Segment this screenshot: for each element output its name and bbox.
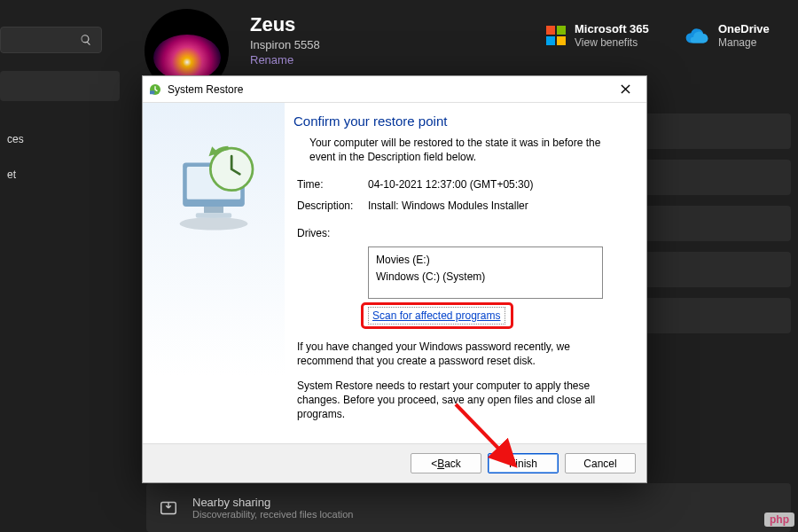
microsoft-logo-icon bbox=[546, 26, 566, 45]
system-restore-dialog: System Restore Confirm your restore poin… bbox=[142, 75, 647, 483]
time-value: 04-10-2021 12:37:00 (GMT+05:30) bbox=[368, 178, 533, 191]
search-input[interactable] bbox=[0, 27, 102, 53]
password-note: If you have changed your Windows passwor… bbox=[297, 340, 623, 368]
onedrive-title: OneDrive bbox=[718, 22, 770, 36]
description-label: Description: bbox=[297, 200, 368, 212]
drives-listbox[interactable]: Movies (E:) Windows (C:) (System) bbox=[368, 246, 603, 298]
description-value: Install: Windows Modules Installer bbox=[368, 200, 528, 212]
rename-link[interactable]: Rename bbox=[250, 53, 320, 66]
dialog-intro: Your computer will be restored to the st… bbox=[309, 136, 627, 164]
drive-item: Windows (C:) (System) bbox=[376, 269, 595, 286]
time-label: Time: bbox=[297, 178, 368, 191]
nearby-title: Nearby sharing bbox=[192, 496, 353, 509]
sidebar-item-partial-et[interactable]: et bbox=[0, 160, 120, 190]
onedrive-icon bbox=[685, 27, 709, 43]
device-model: Inspiron 5558 bbox=[250, 38, 320, 51]
user-info: Zeus Inspiron 5558 Rename bbox=[250, 13, 320, 66]
scan-affected-programs-link[interactable]: Scan for affected programs bbox=[368, 307, 505, 325]
onedrive-sub: Manage bbox=[718, 36, 770, 49]
dialog-title: System Restore bbox=[168, 83, 609, 96]
svg-point-3 bbox=[180, 217, 248, 231]
svg-rect-2 bbox=[150, 90, 154, 94]
sidebar-item-system[interactable] bbox=[0, 71, 120, 101]
dialog-footer: < Back Finish Cancel bbox=[143, 443, 646, 482]
restart-note: System Restore needs to restart your com… bbox=[297, 379, 623, 422]
ms365-sub: View benefits bbox=[575, 36, 649, 49]
dialog-heading: Confirm your restore point bbox=[293, 113, 627, 129]
nearby-sub: Discoverability, received files location bbox=[192, 509, 353, 520]
drives-label: Drives: bbox=[297, 227, 368, 239]
system-restore-icon bbox=[148, 82, 162, 97]
finish-button[interactable]: Finish bbox=[488, 453, 559, 473]
close-button[interactable] bbox=[609, 80, 641, 99]
dialog-content: Confirm your restore point Your computer… bbox=[285, 103, 646, 443]
dialog-titlebar: System Restore bbox=[143, 76, 646, 103]
share-icon bbox=[159, 498, 178, 518]
wizard-side-image bbox=[143, 103, 285, 443]
cancel-button[interactable]: Cancel bbox=[565, 453, 636, 473]
ms365-title: Microsoft 365 bbox=[575, 22, 649, 36]
search-icon bbox=[80, 34, 92, 46]
drive-item: Movies (E:) bbox=[376, 252, 595, 269]
onedrive-tile[interactable]: OneDrive Manage bbox=[685, 22, 770, 49]
back-button[interactable]: < Back bbox=[411, 453, 481, 473]
svg-rect-5 bbox=[196, 213, 231, 218]
watermark: php bbox=[764, 512, 794, 527]
nearby-sharing-tile[interactable]: Nearby sharing Discoverability, received… bbox=[146, 483, 791, 532]
close-icon bbox=[621, 84, 630, 94]
ms365-tile[interactable]: Microsoft 365 View benefits bbox=[546, 22, 649, 49]
user-name: Zeus bbox=[250, 13, 320, 36]
sidebar-item-partial-ces[interactable]: ces bbox=[0, 124, 120, 154]
